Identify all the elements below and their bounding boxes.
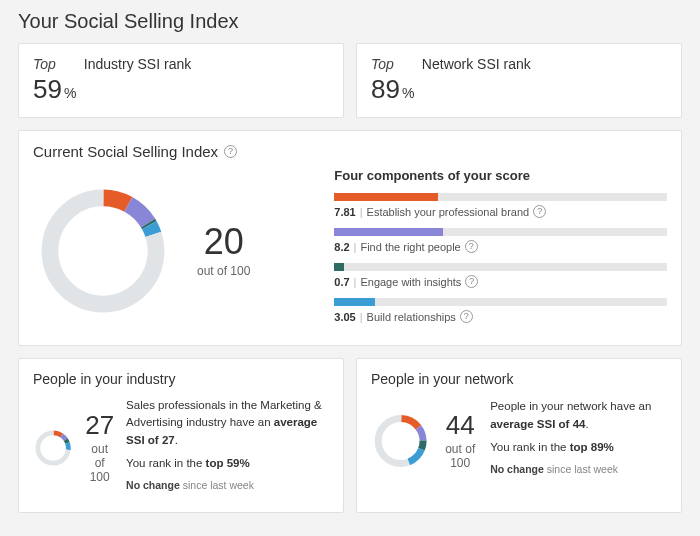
separator: | (354, 241, 357, 253)
industry-score: 27 (85, 412, 114, 438)
component-label: Establish your professional brand (367, 206, 530, 218)
network-desc-line2: You rank in the top 89% (490, 439, 667, 456)
industry-no-change: No change since last week (126, 478, 329, 494)
network-score: 44 (442, 412, 478, 438)
component-label: Build relationships (367, 311, 456, 323)
industry-desc-line2: You rank in the top 59% (126, 455, 329, 472)
industry-people-title: People in your industry (33, 371, 329, 387)
industry-rank-number: 59 (33, 74, 62, 104)
component-value: 7.81 (334, 206, 355, 218)
current-ssi-title: Current Social Selling Index (33, 143, 218, 160)
components-list: 7.81 | Establish your professional brand… (334, 193, 667, 323)
help-icon[interactable]: ? (460, 310, 473, 323)
network-rank-card: Top Network SSI rank 89% (356, 43, 682, 118)
component-label: Engage with insights (360, 276, 461, 288)
network-rank-title: Network SSI rank (422, 56, 531, 72)
network-rank-value: 89% (371, 74, 667, 105)
component-bar-fill (334, 228, 443, 236)
component-bar-fill (334, 298, 375, 306)
components-title: Four components of your score (334, 168, 667, 183)
help-icon[interactable]: ? (465, 275, 478, 288)
percent-sign: % (64, 85, 76, 101)
help-icon[interactable]: ? (465, 240, 478, 253)
separator: | (360, 311, 363, 323)
main-donut-chart (33, 181, 173, 321)
industry-rank-value: 59% (33, 74, 329, 105)
network-people-title: People in your network (371, 371, 667, 387)
separator: | (354, 276, 357, 288)
help-icon[interactable]: ? (533, 205, 546, 218)
component-bar-fill (334, 193, 438, 201)
top-label: Top (371, 56, 394, 72)
component-bar-track (334, 193, 667, 201)
separator: | (360, 206, 363, 218)
top-label: Top (33, 56, 56, 72)
component-label: Find the right people (360, 241, 460, 253)
industry-rank-title: Industry SSI rank (84, 56, 191, 72)
industry-donut-chart (33, 404, 73, 492)
current-ssi-card: Current Social Selling Index ? 20 out of… (18, 130, 682, 346)
help-icon[interactable]: ? (224, 145, 237, 158)
component-row: 7.81 | Establish your professional brand… (334, 193, 667, 218)
component-value: 8.2 (334, 241, 349, 253)
component-bar-track (334, 263, 667, 271)
component-row: 8.2 | Find the right people ? (334, 228, 667, 253)
network-rank-number: 89 (371, 74, 400, 104)
component-bar-track (334, 228, 667, 236)
component-row: 3.05 | Build relationships ? (334, 298, 667, 323)
network-no-change: No change since last week (490, 462, 667, 478)
component-bar-fill (334, 263, 343, 271)
industry-people-card: People in your industry 27 out of 100 Sa… (18, 358, 344, 513)
network-donut-chart (371, 397, 430, 485)
component-value: 0.7 (334, 276, 349, 288)
page-title: Your Social Selling Index (18, 10, 682, 33)
component-value: 3.05 (334, 311, 355, 323)
network-out-of: out of 100 (442, 442, 478, 470)
industry-desc-line1: Sales professionals in the Marketing & A… (126, 397, 329, 449)
component-bar-track (334, 298, 667, 306)
percent-sign: % (402, 85, 414, 101)
network-people-card: People in your network 44 out of 100 Peo… (356, 358, 682, 513)
current-out-of: out of 100 (197, 264, 250, 278)
industry-out-of: out of 100 (85, 442, 114, 484)
components-panel: Four components of your score 7.81 | Est… (334, 168, 667, 333)
industry-rank-card: Top Industry SSI rank 59% (18, 43, 344, 118)
network-desc-line1: People in your network have an average S… (490, 398, 667, 433)
component-row: 0.7 | Engage with insights ? (334, 263, 667, 288)
current-score: 20 (197, 224, 250, 260)
